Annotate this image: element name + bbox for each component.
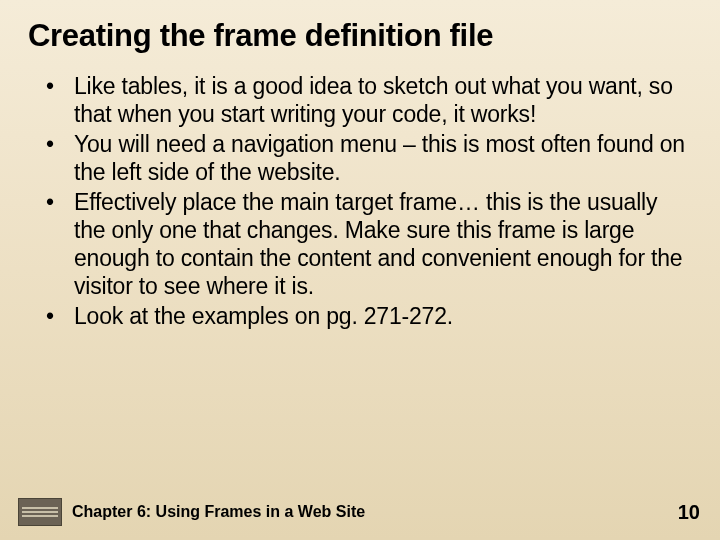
page-number: 10 [678, 501, 700, 524]
footer-left: Chapter 6: Using Frames in a Web Site [18, 498, 365, 526]
chapter-label: Chapter 6: Using Frames in a Web Site [72, 503, 365, 521]
bullet-list: Like tables, it is a good idea to sketch… [28, 72, 692, 330]
bullet-item: Effectively place the main target frame…… [46, 188, 692, 300]
series-logo-icon [18, 498, 62, 526]
bullet-item: Like tables, it is a good idea to sketch… [46, 72, 692, 128]
slide-footer: Chapter 6: Using Frames in a Web Site 10 [0, 498, 720, 526]
slide-container: Creating the frame definition file Like … [0, 0, 720, 540]
slide-title: Creating the frame definition file [28, 18, 692, 54]
bullet-item: You will need a navigation menu – this i… [46, 130, 692, 186]
bullet-item: Look at the examples on pg. 271-272. [46, 302, 692, 330]
